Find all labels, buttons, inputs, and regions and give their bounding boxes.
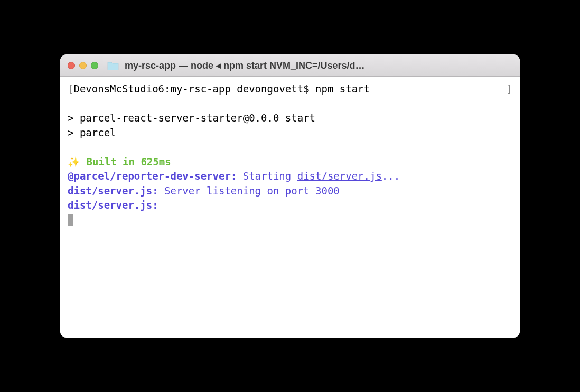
bracket-left: [ — [68, 83, 73, 95]
reporter-link: dist/server.js — [297, 170, 382, 182]
reporter-line-1: @parcel/reporter-dev-server: Starting di… — [68, 170, 400, 182]
reporter-text-2: Server listening on port 3000 — [158, 185, 340, 197]
reporter-label-1: @parcel/reporter-dev-server: — [68, 170, 237, 182]
terminal-content[interactable]: [DevonsMcStudio6:my-rsc-app devongovett$… — [60, 77, 520, 338]
built-line: ✨ Built in 625ms — [68, 156, 171, 167]
reporter-text-1b: ... — [382, 170, 400, 182]
bracket-right: ] — [507, 82, 512, 97]
output-line-1: > parcel-react-server-starter@0.0.0 star… — [68, 112, 315, 124]
reporter-label-3: dist/server.js: — [68, 199, 158, 211]
terminal-window[interactable]: my-rsc-app — node ◂ npm start NVM_INC=/U… — [60, 54, 520, 338]
maximize-icon[interactable] — [91, 62, 98, 69]
cursor-icon — [68, 214, 73, 226]
window-title: my-rsc-app — node ◂ npm start NVM_INC=/U… — [125, 60, 512, 71]
reporter-text-1a: Starting — [237, 170, 297, 182]
traffic-lights — [68, 62, 98, 69]
prompt-host: DevonsMcStudio6:my-rsc-app devongovett$ — [73, 83, 315, 95]
folder-icon — [107, 61, 119, 70]
reporter-line-3: dist/server.js: — [68, 199, 158, 211]
reporter-line-2: dist/server.js: Server listening on port… — [68, 185, 340, 197]
prompt-command: npm start — [315, 83, 370, 95]
title-bar[interactable]: my-rsc-app — node ◂ npm start NVM_INC=/U… — [60, 54, 520, 77]
prompt-line: [DevonsMcStudio6:my-rsc-app devongovett$… — [68, 82, 512, 97]
close-icon[interactable] — [68, 62, 75, 69]
minimize-icon[interactable] — [79, 62, 87, 69]
output-line-2: > parcel — [68, 127, 116, 138]
sparkle-icon: ✨ — [68, 156, 86, 167]
reporter-label-2: dist/server.js: — [68, 185, 158, 197]
built-text: Built in 625ms — [86, 156, 171, 167]
